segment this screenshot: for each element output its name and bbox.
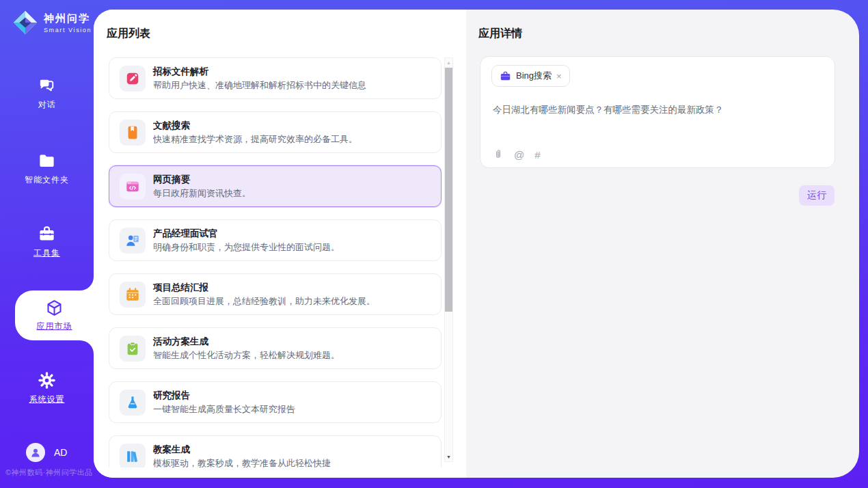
app-card-pm-interviewer[interactable]: 产品经理面试官 明确身份和职责，为您提供专业性的面试问题。 <box>109 219 442 261</box>
scroll-down-icon[interactable]: ▼ <box>445 452 452 461</box>
app-card-web-summary[interactable]: 网页摘要 每日政府新闻资讯快查。 <box>109 165 442 207</box>
avatar <box>26 443 45 462</box>
research-flask-icon <box>120 390 146 416</box>
sidebar: 神州问学 Smart Vision 对话 智能文件夹 <box>0 0 94 488</box>
sidebar-item-label: 工具集 <box>33 247 60 259</box>
browser-code-icon <box>120 174 146 200</box>
diamond-logo-icon <box>12 10 38 36</box>
scroll-up-icon[interactable]: ▲ <box>445 58 452 67</box>
app-desc: 明确身份和职责，为您提供专业性的面试问题。 <box>153 241 340 254</box>
app-card-literature-search[interactable]: 文献搜索 快速精准查找学术资源，提高研究效率的必备工具。 <box>109 111 442 153</box>
app-card-research-report[interactable]: 研究报告 一键智能生成高质量长文本研究报告 <box>109 381 442 423</box>
calendar-icon <box>120 282 146 308</box>
prompt-composer[interactable]: Bing搜索 × 今日湖北有哪些新闻要点？有哪些需要关注的最新政策？ @ # <box>480 56 835 168</box>
app-title: 招标文件解析 <box>153 66 208 78</box>
at-icon[interactable]: @ <box>514 149 524 161</box>
app-desc: 帮助用户快速、准确地理解和解析招标书中的关键信息 <box>153 79 366 92</box>
clipboard-check-icon <box>120 336 146 362</box>
app-card-lesson-plan-generator[interactable]: 教案生成 模板驱动，教案秒成，教学准备从此轻松快捷 <box>109 435 442 467</box>
app-detail-title: 应用详情 <box>478 27 522 41</box>
sidebar-item-label: 应用市场 <box>37 321 72 332</box>
app-card-list: 招标文件解析 帮助用户快速、准确地理解和解析招标书中的关键信息 文献搜索 快速精… <box>109 57 442 467</box>
hash-icon[interactable]: # <box>534 149 540 161</box>
sidebar-item-label: 对话 <box>38 99 56 111</box>
toolbox-icon <box>38 225 56 243</box>
app-title: 文献搜索 <box>153 120 190 132</box>
interviewer-icon <box>120 228 146 254</box>
cube-icon <box>45 299 64 317</box>
app-card-bid-document-analysis[interactable]: 招标文件解析 帮助用户快速、准确地理解和解析招标书中的关键信息 <box>109 57 442 99</box>
tool-chip-bing-search[interactable]: Bing搜索 × <box>491 65 570 87</box>
app-desc: 一键智能生成高质量长文本研究报告 <box>153 403 295 416</box>
brand-tagline: Smart Vision <box>44 27 92 33</box>
book-icon <box>120 120 146 146</box>
folder-icon <box>38 152 56 170</box>
paperclip-icon[interactable] <box>493 148 504 161</box>
app-detail-panel: 应用详情 Bing搜索 × 今日湖北有哪些新闻要点？有哪些需要关注的最新政策？ <box>466 10 859 478</box>
run-button[interactable]: 运行 <box>799 185 835 206</box>
edit-document-icon <box>120 66 146 92</box>
app-card-event-plan-generator[interactable]: 活动方案生成 智能生成个性化活动方案，轻松解决规划难题。 <box>109 327 442 369</box>
scrollbar-thumb[interactable] <box>445 68 452 312</box>
app-card-project-summary-report[interactable]: 项目总结汇报 全面回顾项目进展，总结经验教训，助力未来优化发展。 <box>109 273 442 315</box>
copyright-text: ©神州数码·神州问学出品 <box>5 467 93 478</box>
app-desc: 模板驱动，教案秒成，教学准备从此轻松快捷 <box>153 457 331 467</box>
app-list-panel: 应用列表 招标文件解析 帮助用户快速、准确地理解和解析招标书中的关键信息 <box>94 10 466 478</box>
sidebar-item-label: 系统设置 <box>29 394 65 405</box>
app-list-title: 应用列表 <box>107 27 150 41</box>
user-name: AD <box>54 447 67 458</box>
composer-toolbar: @ # <box>493 148 541 161</box>
app-title: 活动方案生成 <box>153 336 208 348</box>
close-icon[interactable]: × <box>556 71 562 81</box>
briefcase-icon <box>500 70 511 82</box>
prompt-text[interactable]: 今日湖北有哪些新闻要点？有哪些需要关注的最新政策？ <box>493 103 821 117</box>
app-desc: 快速精准查找学术资源，提高研究效率的必备工具。 <box>153 133 357 146</box>
sidebar-item-app-market[interactable]: 应用市场 <box>15 290 94 340</box>
app-desc: 全面回顾项目进展，总结经验教训，助力未来优化发展。 <box>153 295 375 308</box>
books-icon <box>120 444 146 467</box>
app-title: 项目总结汇报 <box>153 282 208 294</box>
chat-icon <box>38 77 56 95</box>
app-desc: 智能生成个性化活动方案，轻松解决规划难题。 <box>153 349 340 362</box>
brand-logo: 神州问学 Smart Vision <box>12 10 92 36</box>
gear-icon <box>38 371 56 390</box>
user-account[interactable]: AD <box>26 443 67 462</box>
list-scrollbar[interactable]: ▲ ▼ <box>444 57 453 462</box>
app-title: 教案生成 <box>153 444 190 456</box>
sidebar-item-chat[interactable]: 对话 <box>0 77 94 111</box>
sidebar-item-label: 智能文件夹 <box>25 174 69 186</box>
app-title: 网页摘要 <box>153 174 190 186</box>
tool-chip-label: Bing搜索 <box>516 70 552 82</box>
app-title: 研究报告 <box>153 390 190 402</box>
main-content: 应用列表 招标文件解析 帮助用户快速、准确地理解和解析招标书中的关键信息 <box>94 10 859 478</box>
sidebar-item-smart-folders[interactable]: 智能文件夹 <box>0 152 94 186</box>
app-title: 产品经理面试官 <box>153 228 218 240</box>
sidebar-item-toolset[interactable]: 工具集 <box>0 225 94 259</box>
app-desc: 每日政府新闻资讯快查。 <box>153 187 251 200</box>
brand-name: 神州问学 <box>44 12 92 25</box>
sidebar-item-settings[interactable]: 系统设置 <box>0 371 94 405</box>
